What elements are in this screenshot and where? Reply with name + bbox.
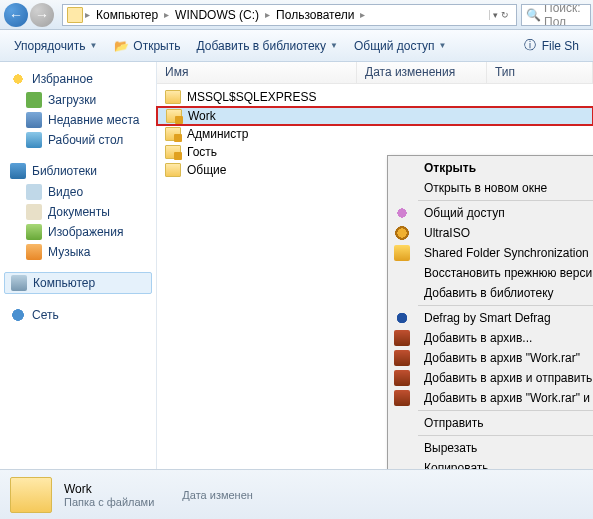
sidebar-item-documents[interactable]: Документы	[0, 202, 156, 222]
archive-icon	[394, 370, 410, 386]
breadcrumb-drive[interactable]: WINDOWS (C:)	[171, 8, 263, 22]
menu-add-archive-email[interactable]: Добавить в архив и отправить по e-mail..…	[418, 368, 593, 388]
sidebar-item-images[interactable]: Изображения	[0, 222, 156, 242]
file-row[interactable]: MSSQL$SQLEXPRESS	[157, 88, 593, 106]
chevron-down-icon: ▼	[330, 41, 338, 50]
sidebar-item-video[interactable]: Видео	[0, 182, 156, 202]
folder-locked-icon	[166, 109, 182, 123]
menu-separator	[418, 305, 593, 306]
status-item-name: Work	[64, 482, 154, 496]
recent-icon	[26, 112, 42, 128]
network-icon	[10, 307, 26, 323]
menu-restore-version[interactable]: Восстановить прежнюю версию	[418, 263, 593, 283]
search-input[interactable]: 🔍 Поиск: Пол	[521, 4, 591, 26]
chevron-down-icon: ▼	[89, 41, 97, 50]
archive-icon	[394, 390, 410, 406]
info-icon: ⓘ	[522, 38, 538, 54]
navigation-bar: ← → ▸ Компьютер ▸ WINDOWS (C:) ▸ Пользов…	[0, 0, 593, 30]
menu-shared-folder-sync[interactable]: Shared Folder Synchronization▸	[418, 243, 593, 263]
images-icon	[26, 224, 42, 240]
context-menu: Открыть Открыть в новом окне Общий досту…	[387, 155, 593, 519]
details-pane: Work Папка с файлами Дата изменен	[0, 469, 593, 519]
column-date[interactable]: Дата изменения	[357, 62, 487, 83]
column-headers: Имя Дата изменения Тип	[157, 62, 593, 84]
menu-separator	[418, 200, 593, 201]
address-dropdown[interactable]: ▾ ↻	[489, 10, 512, 20]
breadcrumb-computer[interactable]: Компьютер	[92, 8, 162, 22]
archive-icon	[394, 350, 410, 366]
documents-icon	[26, 204, 42, 220]
computer-icon	[11, 275, 27, 291]
menu-add-to-library[interactable]: Добавить в библиотеку▸	[418, 283, 593, 303]
menu-add-work-rar[interactable]: Добавить в архив "Work.rar"	[418, 348, 593, 368]
sidebar-libraries[interactable]: Библиотеки	[0, 160, 156, 182]
share-button[interactable]: Общий доступ▼	[348, 36, 453, 56]
sidebar-network[interactable]: Сеть	[0, 304, 156, 326]
sidebar-item-desktop[interactable]: Рабочий стол	[0, 130, 156, 150]
menu-ultraiso[interactable]: UltraISO▸	[418, 223, 593, 243]
desktop-icon	[26, 132, 42, 148]
toolbar: Упорядочить▼ 📂Открыть Добавить в библиот…	[0, 30, 593, 62]
sidebar-favorites[interactable]: Избранное	[0, 68, 156, 90]
menu-share[interactable]: Общий доступ▸	[418, 203, 593, 223]
folder-icon	[165, 163, 181, 177]
menu-add-archive[interactable]: Добавить в архив...	[418, 328, 593, 348]
share-icon	[394, 205, 410, 221]
folder-thumbnail-icon	[10, 477, 52, 513]
status-date-label: Дата изменен	[182, 489, 253, 501]
search-placeholder: Поиск: Пол	[544, 4, 586, 26]
chevron-right-icon: ▸	[265, 9, 270, 20]
breadcrumb-users[interactable]: Пользователи	[272, 8, 358, 22]
star-icon	[10, 71, 26, 87]
file-row[interactable]: Администр	[157, 125, 593, 143]
column-type[interactable]: Тип	[487, 62, 593, 83]
file-row-selected[interactable]: Work	[157, 107, 593, 125]
menu-add-work-rar-email[interactable]: Добавить в архив "Work.rar" и отправить …	[418, 388, 593, 408]
folder-icon	[67, 7, 83, 23]
forward-button[interactable]: →	[30, 3, 54, 27]
sidebar-item-music[interactable]: Музыка	[0, 242, 156, 262]
address-bar[interactable]: ▸ Компьютер ▸ WINDOWS (C:) ▸ Пользовател…	[62, 4, 517, 26]
file-list-pane: Имя Дата изменения Тип MSSQL$SQLEXPRESS …	[157, 62, 593, 492]
menu-open[interactable]: Открыть	[418, 158, 593, 178]
folder-locked-icon	[165, 127, 181, 141]
sidebar-computer[interactable]: Компьютер	[4, 272, 152, 294]
chevron-right-icon: ▸	[85, 9, 90, 20]
search-icon: 🔍	[526, 8, 541, 22]
menu-defrag[interactable]: Defrag by Smart Defrag▸	[418, 308, 593, 328]
navigation-pane: Избранное Загрузки Недавние места Рабочи…	[0, 62, 157, 492]
column-name[interactable]: Имя	[157, 62, 357, 83]
music-icon	[26, 244, 42, 260]
chevron-right-icon: ▸	[360, 9, 365, 20]
open-folder-icon: 📂	[113, 38, 129, 54]
menu-separator	[418, 410, 593, 411]
status-item-type: Папка с файлами	[64, 496, 154, 508]
back-button[interactable]: ←	[4, 3, 28, 27]
file-share-button[interactable]: ⓘFile Sh	[516, 35, 585, 57]
menu-open-new-window[interactable]: Открыть в новом окне	[418, 178, 593, 198]
sidebar-item-recent[interactable]: Недавние места	[0, 110, 156, 130]
folder-locked-icon	[165, 145, 181, 159]
menu-separator	[418, 435, 593, 436]
library-icon	[10, 163, 26, 179]
organize-button[interactable]: Упорядочить▼	[8, 36, 103, 56]
ultraiso-icon	[394, 225, 410, 241]
menu-send-to[interactable]: Отправить▸	[418, 413, 593, 433]
menu-cut[interactable]: Вырезать	[418, 438, 593, 458]
downloads-icon	[26, 92, 42, 108]
sync-icon	[394, 245, 410, 261]
video-icon	[26, 184, 42, 200]
add-to-library-button[interactable]: Добавить в библиотеку▼	[190, 36, 343, 56]
defrag-icon	[394, 310, 410, 326]
sidebar-item-downloads[interactable]: Загрузки	[0, 90, 156, 110]
archive-icon	[394, 330, 410, 346]
open-button[interactable]: 📂Открыть	[107, 35, 186, 57]
folder-icon	[165, 90, 181, 104]
chevron-right-icon: ▸	[164, 9, 169, 20]
chevron-down-icon: ▼	[439, 41, 447, 50]
